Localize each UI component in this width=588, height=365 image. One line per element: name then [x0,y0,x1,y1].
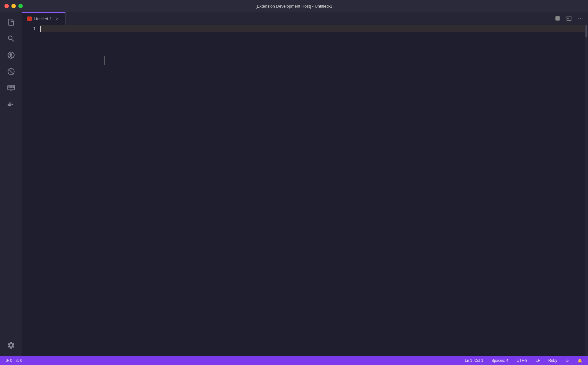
maximize-button[interactable] [18,4,23,8]
status-language[interactable]: Ruby [546,358,559,363]
line-number-1: 1 [22,25,36,32]
status-position[interactable]: Ln 1, Col 1 [463,358,485,363]
layout-icon [566,16,572,21]
tab-bar: Untitled-1 × ⋯ [22,12,588,25]
status-spaces[interactable]: Spaces: 4 [489,358,510,363]
sidebar-item-search[interactable] [3,31,19,46]
svg-rect-4 [11,86,14,88]
svg-rect-11 [10,103,11,104]
activity-bar [0,12,22,356]
split-icon [555,16,560,21]
split-editor-button[interactable] [553,13,563,23]
ruby-file-icon [27,16,32,21]
status-errors[interactable]: ⊗ 0 ⚠ 0 [4,358,24,363]
status-smiley[interactable]: ☺ [564,358,571,363]
status-encoding[interactable]: UTF-8 [515,358,529,363]
position-text: Ln 1, Col 1 [465,358,483,363]
error-count: 0 [10,358,12,363]
sidebar-item-source-control[interactable] [3,48,19,63]
more-actions-button[interactable]: ⋯ [575,13,585,23]
status-line-ending[interactable]: LF [534,358,542,363]
line-numbers: 1 [22,25,40,356]
editor-scrollbar[interactable] [585,25,588,356]
svg-rect-10 [9,103,10,104]
sidebar-item-settings[interactable] [3,338,19,353]
git-icon [7,51,15,59]
remote-icon [7,84,15,92]
main-layout: Untitled-1 × ⋯ [0,12,588,356]
gear-icon [7,341,15,349]
title-bar: [Extension Development Host] - Untitled-… [0,0,588,12]
window-title: [Extension Development Host] - Untitled-… [256,4,332,9]
extensions-icon [7,67,15,76]
tab-bar-actions: ⋯ [553,12,588,25]
active-line-highlight [40,25,585,32]
search-icon [7,35,15,43]
status-bar-left: ⊗ 0 ⚠ 0 [4,358,24,363]
editor-area: Untitled-1 × ⋯ [22,12,588,356]
i-beam-cursor: │ [103,56,107,65]
warning-icon: ⚠ [16,358,19,363]
docker-icon [7,100,15,109]
tab-label: Untitled-1 [34,16,52,21]
sidebar-item-explorer[interactable] [3,15,19,30]
spaces-text: Spaces: 4 [491,358,508,363]
activity-bar-top [3,15,19,338]
bell-icon: 🔔 [578,358,582,363]
window-controls [4,4,23,8]
text-cursor-caret [40,26,41,32]
close-button[interactable] [4,4,9,8]
smiley-icon: ☺ [566,358,569,363]
files-icon [7,18,15,26]
layout-button[interactable] [564,13,574,23]
tab-close-button[interactable]: × [54,16,60,22]
code-area[interactable]: │ [40,25,585,356]
sidebar-item-extensions[interactable] [3,64,19,79]
scrollbar-thumb[interactable] [585,25,587,37]
minimize-button[interactable] [11,4,16,8]
warning-count: 0 [20,358,22,363]
status-bar-right: Ln 1, Col 1 Spaces: 4 UTF-8 LF Ruby ☺ 🔔 [463,358,584,363]
status-bar: ⊗ 0 ⚠ 0 Ln 1, Col 1 Spaces: 4 UTF-8 LF R… [0,356,588,365]
tab-untitled-1[interactable]: Untitled-1 × [22,12,66,25]
activity-bar-bottom [3,338,19,356]
line-ending-text: LF [536,358,540,363]
encoding-text: UTF-8 [517,358,527,363]
sidebar-item-remote[interactable] [3,80,19,96]
language-text: Ruby [548,358,557,363]
editor-content[interactable]: 1 │ [22,25,588,356]
sidebar-item-docker[interactable] [3,97,19,112]
svg-line-1 [9,69,14,74]
error-icon: ⊗ [6,358,9,363]
status-bell[interactable]: 🔔 [576,358,584,363]
svg-rect-3 [9,86,11,88]
